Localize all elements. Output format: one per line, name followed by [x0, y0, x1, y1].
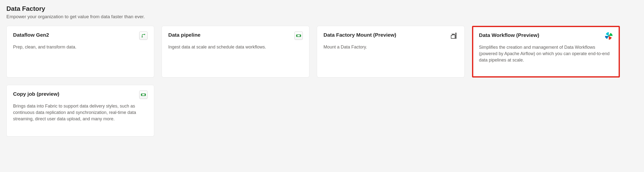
cards-grid: Dataflow Gen2 Prep, clean, and transform…	[6, 26, 638, 137]
card-title: Dataflow Gen2	[13, 31, 49, 38]
card-title: Data Factory Mount (Preview)	[324, 31, 396, 38]
factory-icon	[450, 31, 458, 40]
card-title: Copy job (preview)	[13, 91, 59, 97]
card-desc: Mount a Data Factory.	[324, 44, 458, 50]
card-header: Copy job (preview)	[13, 91, 148, 99]
pipeline-icon	[294, 31, 303, 40]
svg-rect-5	[456, 33, 456, 38]
card-data-factory-mount[interactable]: Data Factory Mount (Preview) Mount a Dat…	[317, 26, 465, 77]
svg-rect-4	[300, 35, 301, 37]
card-title: Data Workflow (Preview)	[479, 32, 539, 38]
page-title: Data Factory	[6, 5, 638, 12]
card-header: Data Factory Mount (Preview)	[324, 31, 458, 40]
card-data-workflow[interactable]: Data Workflow (Preview) Simplifies the c…	[472, 26, 620, 77]
card-desc: Brings data into Fabric to support data …	[13, 103, 148, 122]
card-data-pipeline[interactable]: Data pipeline Ingest data at scale and s…	[162, 26, 310, 77]
card-copy-job[interactable]: Copy job (preview) Brings data into Fabr…	[6, 85, 154, 137]
page-subtitle: Empower your organization to get value f…	[6, 14, 638, 19]
airflow-icon	[604, 32, 613, 40]
card-desc: Simplifies the creation and management o…	[479, 44, 613, 63]
card-header: Data pipeline	[168, 31, 303, 40]
card-header: Dataflow Gen2	[13, 31, 148, 40]
svg-rect-8	[141, 94, 142, 96]
card-dataflow-gen2[interactable]: Dataflow Gen2 Prep, clean, and transform…	[6, 26, 154, 77]
svg-rect-3	[296, 35, 297, 37]
svg-rect-9	[144, 94, 146, 96]
svg-point-6	[608, 35, 609, 36]
card-desc: Ingest data at scale and schedule data w…	[168, 44, 303, 50]
card-title: Data pipeline	[168, 31, 200, 38]
card-header: Data Workflow (Preview)	[479, 32, 613, 40]
diagram-icon	[139, 31, 148, 40]
card-desc: Prep, clean, and transform data.	[13, 44, 148, 50]
pipeline-icon	[139, 91, 148, 99]
